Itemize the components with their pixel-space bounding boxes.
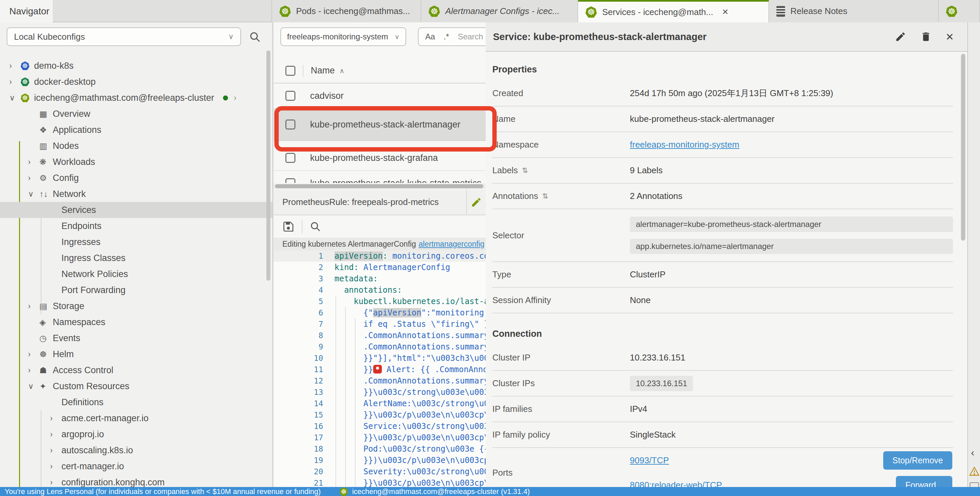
editor-tab[interactable]: ☸Services - icecheng@math...✕	[578, 0, 769, 22]
stop-remove-button[interactable]: Stop/Remove	[883, 451, 952, 470]
code-line[interactable]: 13 }}\u003c/strong\u003e\u003c/h3\u003	[274, 386, 486, 398]
warning-icon[interactable]	[969, 466, 980, 476]
chevron-down-icon[interactable]: ∨	[10, 94, 21, 102]
code-line[interactable]: 20 Severity:\u003c/strong\u003e {{ .Co	[274, 466, 486, 477]
code-line[interactable]: 1apiVersion: monitoring.coreos.com/v1	[274, 250, 486, 262]
sidebar-item-docker-desktop[interactable]: ›☸docker-desktop	[0, 74, 273, 90]
sidebar-item-definitions[interactable]: Definitions	[0, 394, 273, 410]
match-case-icon[interactable]: Aa	[425, 32, 435, 41]
tab-close-icon[interactable]: ✕	[722, 7, 729, 17]
row-checkbox[interactable]	[285, 153, 295, 163]
sidebar-item-helm[interactable]: ›☸Helm	[0, 346, 273, 362]
chevron-right-icon[interactable]: ›	[50, 478, 61, 487]
chevron-down-icon[interactable]: ∨	[28, 382, 40, 391]
sidebar-item-workloads[interactable]: ›❋Workloads	[0, 154, 273, 170]
chevron-right-icon[interactable]: ›	[50, 414, 61, 423]
sidebar-scrollbar[interactable]	[266, 51, 270, 281]
regex-icon[interactable]: .*	[444, 32, 449, 41]
code-text: }}\u003c/strong\u003e\u003c/h3\u003	[323, 388, 486, 397]
chevron-right-icon[interactable]: ›	[10, 61, 21, 70]
code-line[interactable]: 18 Pod:\u003c/strong\u003e {{ .CommonA	[274, 443, 486, 455]
code-line[interactable]: 10 }}"}],"html":"\u003ch3\u003e\u003cs	[274, 353, 486, 364]
namespace-select[interactable]: freeleaps-monitoring-system ∨	[280, 27, 406, 46]
code-line[interactable]: 3metadata:	[274, 273, 486, 285]
chevron-down-icon[interactable]: ∨	[28, 189, 40, 199]
code-line[interactable]: 16 Service:\u003c/strong\u003e {{ .Com	[274, 421, 486, 432]
code-line[interactable]: 15 }}\u003c/p\u003e\n\u003cp\u003e\u00	[274, 409, 486, 421]
row-checkbox[interactable]	[285, 119, 295, 129]
editor-tab[interactable]: ☸	[939, 0, 980, 22]
sidebar-item-events[interactable]: ◷Events	[0, 330, 273, 346]
table-row[interactable]: kube-prometheus-stack-kube-state-metrics	[274, 171, 486, 183]
sidebar-item-custom-resources[interactable]: ∨✦Custom Resources	[0, 378, 273, 394]
sidebar-item-demo-k8s[interactable]: ›☸demo-k8s	[0, 58, 273, 74]
select-all-checkbox[interactable]	[285, 66, 295, 76]
detail-panel-scrollbar[interactable]	[961, 54, 965, 241]
chevron-right-icon[interactable]: ›	[50, 446, 61, 455]
code-line[interactable]: 12 .CommonAnnotations.summary }}-\u003	[274, 375, 486, 386]
navigator-tab[interactable]: Navigator	[0, 0, 53, 22]
forward-button[interactable]: Forward...	[896, 476, 952, 487]
code-line[interactable]: 9 .CommonAnnotations.summary }}-\u003c	[274, 341, 486, 353]
code-line[interactable]: 14 AlertName:\u003c/strong\u003e {{ .C	[274, 398, 486, 409]
sidebar-item-applications[interactable]: ❖Applications	[0, 122, 273, 138]
editing-breadcrumb-link[interactable]: alertmanagerconfig	[418, 240, 484, 249]
close-icon[interactable]: ✕	[946, 31, 954, 43]
chevron-right-icon[interactable]: ›	[28, 350, 40, 359]
sidebar-item-nodes[interactable]: ▥Nodes	[0, 138, 273, 154]
code-line[interactable]: 4 annotations:	[274, 285, 486, 296]
editor-search-icon[interactable]	[310, 221, 321, 232]
row-checkbox[interactable]	[285, 91, 295, 101]
editor-tab-bar[interactable]: PrometheusRule: freepeals-prod-metrics	[274, 189, 486, 215]
edit-icon[interactable]	[895, 31, 906, 42]
code-line[interactable]: 5 kubectl.kubernetes.io/last-applied-con…	[274, 296, 486, 307]
table-row[interactable]: cadvisor	[274, 83, 486, 109]
search-input[interactable]: Aa .* Search	[418, 27, 486, 46]
chevron-right-icon[interactable]: ›	[10, 78, 21, 86]
chevron-right-icon[interactable]: ›	[28, 173, 40, 183]
delete-icon[interactable]	[920, 31, 932, 42]
chevron-right-icon[interactable]: ›	[28, 366, 40, 375]
sidebar-item-icecheng-mathmast-com-freeleaps-cluster[interactable]: ∨☸icecheng@mathmast.com@freeleaps-cluste…	[0, 90, 273, 106]
yaml-editor[interactable]: 1apiVersion: monitoring.coreos.com/v12ki…	[274, 250, 486, 487]
editor-tab[interactable]: Release Notes	[769, 0, 939, 22]
row-checkbox[interactable]	[285, 178, 295, 183]
code-line[interactable]: 17 }}\u003c/p\u003e\n\u003cp\u003e\u00	[274, 432, 486, 443]
code-line[interactable]: 7 if eq .Status \"firing\" }} Alert: {{	[274, 318, 486, 330]
sort-toggle-icon[interactable]: ⇅	[522, 166, 528, 175]
table-row[interactable]: kube-prometheus-stack-alertmanager	[274, 109, 486, 146]
chevron-left-icon[interactable]: ‹	[971, 447, 974, 458]
table-row[interactable]: kube-prometheus-stack-grafana	[274, 146, 486, 171]
code-line[interactable]: 8 .CommonAnnotations.summary }}-\u003c	[274, 330, 486, 341]
code-line[interactable]: 11 }} Alert: {{ .CommonAnnotations	[274, 364, 486, 375]
sidebar-item-network[interactable]: ∨↑↓Network	[0, 186, 273, 202]
chevron-right-icon[interactable]: ›	[50, 462, 61, 471]
scrollbar-thumb[interactable]	[275, 184, 483, 188]
editor-tab[interactable]: ☸Alertmanager Configs - icec...	[421, 0, 578, 22]
chevron-right-icon[interactable]: ›	[234, 94, 237, 102]
horizontal-scrollbar[interactable]	[274, 184, 486, 189]
chevron-right-icon[interactable]: ›	[28, 302, 40, 311]
namespace-link[interactable]: freeleaps-monitoring-system	[630, 140, 739, 149]
edit-pencil-icon[interactable]	[467, 197, 486, 208]
search-icon[interactable]	[249, 31, 261, 43]
sidebar-item-access-control[interactable]: ›☗Access Control	[0, 362, 273, 378]
code-line[interactable]: 6 {"apiVersion":"monitoring.coreos.com/v…	[274, 307, 486, 318]
chevron-right-icon[interactable]: ›	[50, 430, 61, 439]
editor-tab[interactable]: ☸Pods - icecheng@mathmas...	[271, 0, 421, 22]
code-line[interactable]: 21 }}\u003c/p\u003e\n\u003cp\u003e\u00	[274, 477, 486, 487]
sort-toggle-icon[interactable]: ⇅	[542, 192, 548, 200]
sidebar-item-config[interactable]: ›⚙Config	[0, 170, 273, 186]
code-line[interactable]: 2kind: AlertmanagerConfig	[274, 262, 486, 273]
code-line[interactable]: 19 }})\u003c/p\u003e\n\u003cp\u003e\u0	[274, 455, 486, 466]
kubeconfig-select[interactable]: Local Kubeconfigs ∨	[7, 27, 241, 46]
cluster-status[interactable]: ☸ icecheng@mathmast.com@freeleaps-cluste…	[339, 487, 530, 496]
save-icon[interactable]	[282, 221, 294, 233]
sidebar-item-overview[interactable]: ▦Overview	[0, 106, 273, 122]
port-link[interactable]: 8080:reloader-web/TCP	[630, 480, 722, 487]
sidebar-item-services[interactable]: Services	[0, 202, 273, 218]
column-header-name[interactable]: Name	[311, 65, 335, 76]
port-link[interactable]: 9093/TCP	[630, 455, 669, 466]
chevron-right-icon[interactable]: ›	[28, 157, 40, 167]
sidebar-item-namespaces[interactable]: ◈Namespaces	[0, 314, 273, 330]
